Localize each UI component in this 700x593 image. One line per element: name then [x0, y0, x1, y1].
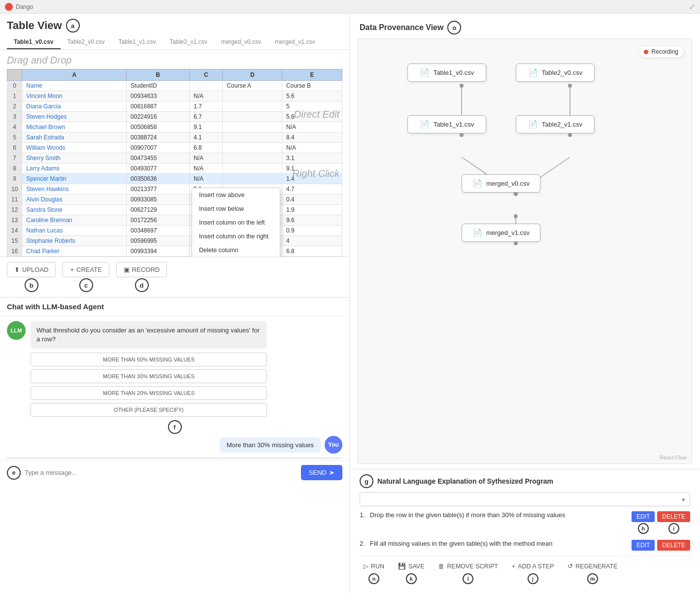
- cell-d-2[interactable]: [223, 101, 282, 112]
- tab-table2-v1[interactable]: Table2_v1.csv: [163, 35, 214, 49]
- cell-d-6[interactable]: [223, 143, 282, 153]
- cell-b-1[interactable]: 00934633: [127, 91, 190, 101]
- cell-a-14[interactable]: Nathan Lucas: [22, 226, 127, 236]
- context-menu-insert-row-below[interactable]: Insert row below: [192, 202, 280, 216]
- cell-c-7[interactable]: N/A: [190, 153, 223, 164]
- node-table1-v1[interactable]: 📄 Table1_v1.csv: [407, 115, 486, 133]
- cell-e-13[interactable]: 9.6: [282, 215, 342, 226]
- cell-a-16[interactable]: Chad Parker: [22, 246, 127, 257]
- step-2-delete-button[interactable]: DELETE: [657, 540, 690, 551]
- tab-table1-v0[interactable]: Table1_v0.csv: [7, 35, 61, 49]
- cell-d-1[interactable]: [223, 91, 282, 101]
- cell-d-8[interactable]: [223, 164, 282, 174]
- cell-b-15[interactable]: 00596995: [127, 236, 190, 246]
- cell-c-9[interactable]: N/A: [190, 174, 223, 184]
- context-menu-insert-col-left[interactable]: Insert column on the left: [192, 216, 280, 230]
- step-2-edit-button[interactable]: EDIT: [632, 540, 655, 551]
- tab-merged-v0[interactable]: merged_v0.csv: [214, 35, 268, 49]
- run-button[interactable]: ▷ RUN: [360, 560, 388, 572]
- cell-c-6[interactable]: 6.8: [190, 143, 223, 153]
- context-menu-delete-column[interactable]: Delete column: [192, 243, 280, 257]
- cell-a-5[interactable]: Sarah Estrada: [22, 132, 127, 143]
- cell-a-10[interactable]: Steven Hawkins: [22, 184, 127, 195]
- choice-50[interactable]: MORE THAN 50% MISSING VALUES: [31, 353, 267, 366]
- cell-b-14[interactable]: 00348697: [127, 226, 190, 236]
- record-button[interactable]: ▣ RECORD: [116, 262, 167, 277]
- cell-b-4[interactable]: 00506858: [127, 122, 190, 132]
- cell-d-5[interactable]: [223, 132, 282, 143]
- remove-script-button[interactable]: 🗑 REMOVE SCRIPT: [434, 560, 502, 572]
- cell-b-7[interactable]: 00473455: [127, 153, 190, 164]
- context-menu-insert-col-right[interactable]: Insert column on the right: [192, 230, 280, 243]
- cell-e-15[interactable]: 4: [282, 236, 342, 246]
- provenance-area[interactable]: Recording: [358, 38, 692, 464]
- window-controls[interactable]: ⤢: [689, 2, 695, 11]
- node-table1-v0[interactable]: 📄 Table1_v0.csv: [407, 64, 486, 82]
- cell-a-13[interactable]: Caroline Brennan: [22, 215, 127, 226]
- cell-e-1[interactable]: 5.6: [282, 91, 342, 101]
- cell-a-17[interactable]: Robert Hernandez: [22, 257, 127, 257]
- cell-b-3[interactable]: 00224916: [127, 112, 190, 122]
- choice-other[interactable]: OTHER (PLEASE SPECIFY): [31, 403, 267, 417]
- tab-merged-v1[interactable]: merged_v1.csv: [268, 35, 322, 49]
- cell-d-0[interactable]: Course A: [223, 81, 282, 91]
- cell-c-2[interactable]: 1.7: [190, 101, 223, 112]
- nl-dropdown[interactable]: [360, 492, 690, 506]
- regenerate-button[interactable]: ↺ REGENERATE: [564, 560, 621, 572]
- chat-input[interactable]: [25, 469, 297, 476]
- cell-a-6[interactable]: William Woods: [22, 143, 127, 153]
- cell-e-12[interactable]: 1.9: [282, 205, 342, 215]
- cell-c-0[interactable]: [190, 81, 223, 91]
- node-merged-v0[interactable]: 📄 merged_v0.csv: [462, 174, 540, 193]
- cell-b-16[interactable]: 00993394: [127, 246, 190, 257]
- cell-c-4[interactable]: 9.1: [190, 122, 223, 132]
- cell-e-7[interactable]: 3.1: [282, 153, 342, 164]
- cell-e-4[interactable]: N/A: [282, 122, 342, 132]
- add-step-button[interactable]: + ADD A STEP: [508, 560, 558, 572]
- cell-d-9[interactable]: [223, 174, 282, 184]
- cell-b-6[interactable]: 00907007: [127, 143, 190, 153]
- cell-e-10[interactable]: 4.7: [282, 184, 342, 195]
- cell-b-17[interactable]: 00197301: [127, 257, 190, 257]
- cell-b-8[interactable]: 00493077: [127, 164, 190, 174]
- cell-a-7[interactable]: Sherry Smith: [22, 153, 127, 164]
- cell-a-4[interactable]: Michael Brown: [22, 122, 127, 132]
- cell-a-3[interactable]: Steven Hodges: [22, 112, 127, 122]
- send-button[interactable]: SEND ➤: [301, 465, 342, 480]
- cell-a-15[interactable]: Stephanie Roberts: [22, 236, 127, 246]
- cell-b-5[interactable]: 00388724: [127, 132, 190, 143]
- cell-c-1[interactable]: N/A: [190, 91, 223, 101]
- choice-20[interactable]: MORE THAN 20% MISSING VALUES: [31, 386, 267, 400]
- cell-b-11[interactable]: 00933085: [127, 195, 190, 205]
- choice-30[interactable]: MORE THAN 30% MISSING VALUES: [31, 369, 267, 383]
- context-menu-insert-row-above[interactable]: Insert row above: [192, 188, 280, 202]
- cell-b-12[interactable]: 00627129: [127, 205, 190, 215]
- cell-d-4[interactable]: [223, 122, 282, 132]
- node-table2-v0[interactable]: 📄 Table2_v0.csv: [516, 64, 595, 82]
- cell-e-0[interactable]: Course B: [282, 81, 342, 91]
- cell-e-6[interactable]: N/A: [282, 143, 342, 153]
- cell-a-11[interactable]: Alvin Douglas: [22, 195, 127, 205]
- tab-table2-v0[interactable]: Table2_v0.csv: [61, 35, 112, 49]
- cell-a-0[interactable]: Name: [22, 81, 127, 91]
- step-1-edit-button[interactable]: EDIT: [632, 511, 655, 522]
- cell-e-16[interactable]: 6.8: [282, 246, 342, 257]
- tab-table1-v1[interactable]: Table1_v1.csv: [112, 35, 163, 49]
- cell-a-12[interactable]: Sandra Stone: [22, 205, 127, 215]
- create-button[interactable]: + CREATE: [63, 262, 109, 277]
- cell-e-17[interactable]: N/A: [282, 257, 342, 257]
- cell-b-10[interactable]: 00213377: [127, 184, 190, 195]
- cell-c-5[interactable]: 4.1: [190, 132, 223, 143]
- cell-a-1[interactable]: Vincent Moon: [22, 91, 127, 101]
- cell-e-14[interactable]: 0.9: [282, 226, 342, 236]
- cell-a-8[interactable]: Larry Adams: [22, 164, 127, 174]
- cell-d-3[interactable]: [223, 112, 282, 122]
- cell-b-9[interactable]: 00350636: [127, 174, 190, 184]
- cell-b-13[interactable]: 00172256: [127, 215, 190, 226]
- upload-button[interactable]: ⬆ UPLOAD: [7, 262, 56, 277]
- cell-e-5[interactable]: 8.4: [282, 132, 342, 143]
- cell-a-9[interactable]: Spencer Martin: [22, 174, 127, 184]
- cell-a-2[interactable]: Diana Garcia: [22, 101, 127, 112]
- cell-c-3[interactable]: 6.7: [190, 112, 223, 122]
- node-merged-v1[interactable]: 📄 merged_v1.csv: [462, 224, 540, 242]
